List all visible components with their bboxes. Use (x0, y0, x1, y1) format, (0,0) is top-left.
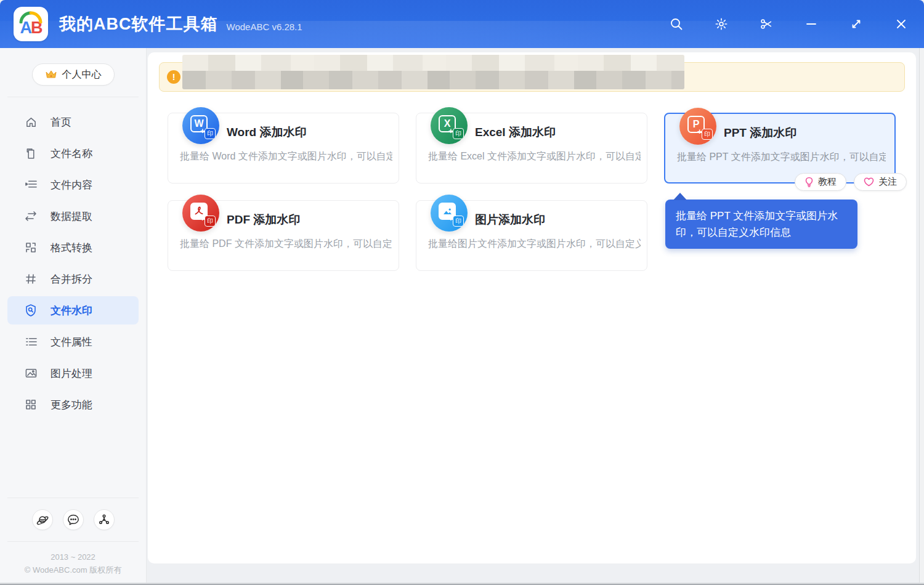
merge-split-icon (25, 273, 37, 285)
card-title: 图片添加水印 (475, 212, 545, 228)
sidebar-item-file-content[interactable]: 文件内容 (7, 171, 139, 199)
card-title: Word 添加水印 (227, 124, 306, 140)
notice-banner: ! (159, 62, 905, 92)
feedback-chat-icon[interactable] (63, 509, 84, 530)
data-extract-icon (25, 210, 37, 222)
background-window-strip (919, 48, 924, 585)
sidebar-item-label: 文件属性 (51, 335, 92, 349)
card-title: PPT 添加水印 (724, 125, 796, 141)
card-title: Excel 添加水印 (475, 124, 556, 140)
card-description: 批量给 PPT 文件添加文字或图片水印，可以自定义水印信息 (677, 151, 886, 164)
card-ppt-watermark[interactable]: P +印 PPT 添加水印 批量给 PPT 文件添加文字或图片水印，可以自定义水… (664, 113, 896, 184)
watermark-badge-icon: +印 (702, 129, 713, 140)
warning-exclamation-icon: ! (167, 70, 180, 84)
sidebar-nav: 首页 文件名称 文件内容 数据提取 格式转换 合并拆分 (0, 97, 146, 422)
sidebar-item-label: 图片处理 (51, 366, 92, 381)
crown-icon (45, 70, 57, 79)
app-title: 我的ABC软件工具箱 (59, 13, 218, 35)
card-title: PDF 添加水印 (227, 212, 300, 228)
tooltip-text: 批量给 PPT 文件添加文字或图片水印，可以自定义水印信息 (676, 210, 838, 238)
sidebar-item-more-features[interactable]: 更多功能 (7, 390, 139, 419)
sidebar: 个人中心 首页 文件名称 文件内容 数据提取 格式转换 (0, 48, 147, 585)
tutorial-button[interactable]: 教程 (795, 173, 846, 191)
settings-gear-icon[interactable] (713, 16, 729, 32)
sidebar-item-label: 数据提取 (51, 209, 92, 224)
sidebar-item-label: 首页 (51, 115, 71, 129)
scissors-screenshot-icon[interactable] (758, 16, 774, 32)
copyright-text: © WodeABC.com 版权所有 (0, 563, 146, 576)
sidebar-item-file-props[interactable]: 文件属性 (7, 328, 139, 356)
sidebar-footer: 2013 ~ 2022 © WodeABC.com 版权所有 (0, 498, 146, 585)
ppt-icon: P +印 (679, 108, 716, 145)
close-icon[interactable] (893, 16, 909, 32)
file-props-icon (25, 336, 37, 348)
format-convert-icon (25, 241, 37, 254)
card-word-watermark[interactable]: W +印 Word 添加水印 批量给 Word 文件添加文字或图片水印，可以自定… (168, 113, 399, 184)
card-pdf-watermark[interactable]: +印 PDF 添加水印 批量给 PDF 文件添加文字或图片水印，可以自定义水印信… (168, 200, 399, 271)
sidebar-item-file-name[interactable]: 文件名称 (7, 139, 139, 167)
card-excel-watermark[interactable]: X +印 Excel 添加水印 批量给 Excel 文件添加文字或图片水印，可以… (416, 113, 647, 184)
pdf-icon: +印 (182, 195, 219, 232)
card-description: 批量给 Excel 文件添加文字或图片水印，可以自定义水印信息 (428, 150, 641, 163)
image-watermark-icon: +印 (431, 195, 468, 232)
personal-center-button[interactable]: 个人中心 (32, 63, 115, 86)
card-description: 批量给 Word 文件添加文字或图片水印，可以自定义水印信息 (180, 150, 392, 163)
watermark-badge-icon: +印 (205, 128, 216, 139)
censored-text-mosaic (182, 55, 684, 89)
share-network-icon[interactable] (94, 509, 115, 530)
image-process-icon (25, 367, 37, 379)
more-features-icon (25, 398, 37, 411)
app-logo: AB (14, 7, 48, 41)
search-icon[interactable] (668, 16, 684, 32)
watermark-badge-icon: +印 (453, 216, 464, 227)
sidebar-item-home[interactable]: 首页 (7, 108, 139, 136)
sidebar-item-format-convert[interactable]: 格式转换 (7, 233, 139, 262)
card-description: 批量给 PDF 文件添加文字或图片水印，可以自定义水印信息 (180, 238, 392, 251)
personal-center-label: 个人中心 (62, 68, 102, 81)
tutorial-label: 教程 (818, 176, 837, 188)
card-description: 批量给图片文件添加文字或图片水印，可以自定义水印信息 (428, 238, 641, 251)
sidebar-item-merge-split[interactable]: 合并拆分 (7, 265, 139, 293)
main-panel: ! W +印 Word 添加水印 批量给 Word 文件添加文字或图片水印，可以… (148, 52, 916, 563)
ie-browser-icon[interactable] (32, 509, 53, 530)
heart-icon (864, 177, 874, 187)
watermark-badge-icon: +印 (453, 128, 464, 139)
card-image-watermark[interactable]: +印 图片添加水印 批量给图片文件添加文字或图片水印，可以自定义水印信息 (416, 200, 647, 271)
sidebar-item-label: 合并拆分 (51, 272, 92, 286)
tools-grid: W +印 Word 添加水印 批量给 Word 文件添加文字或图片水印，可以自定… (168, 113, 905, 271)
minimize-icon[interactable] (803, 16, 819, 32)
sidebar-item-label: 文件名称 (51, 147, 92, 161)
ppt-tooltip: 批量给 PPT 文件添加文字或图片水印，可以自定义水印信息 (665, 200, 857, 249)
window-bottom-edge (0, 583, 924, 585)
word-icon: W +印 (182, 107, 219, 144)
resize-icon[interactable] (848, 16, 864, 32)
lightbulb-icon (804, 177, 814, 187)
file-watermark-icon (25, 304, 37, 317)
excel-icon: X +印 (431, 107, 468, 144)
sidebar-item-label: 格式转换 (51, 241, 92, 255)
follow-label: 关注 (878, 176, 897, 188)
sidebar-item-file-watermark[interactable]: 文件水印 (7, 296, 139, 325)
sidebar-item-image-process[interactable]: 图片处理 (7, 359, 139, 387)
sidebar-item-label: 更多功能 (51, 398, 92, 412)
sidebar-item-label: 文件内容 (51, 178, 92, 192)
home-icon (25, 116, 37, 128)
titlebar: AB 我的ABC软件工具箱 WodeABC v6.28.1 (0, 0, 924, 48)
file-content-icon (25, 179, 37, 191)
file-name-icon (25, 147, 37, 159)
watermark-badge-icon: +印 (205, 216, 216, 227)
app-version: WodeABC v6.28.1 (227, 22, 302, 32)
copyright-years: 2013 ~ 2022 (0, 551, 146, 563)
follow-button[interactable]: 关注 (854, 173, 907, 191)
sidebar-item-data-extract[interactable]: 数据提取 (7, 202, 139, 230)
sidebar-item-label: 文件水印 (51, 304, 92, 318)
logo-arc-icon (19, 11, 43, 23)
